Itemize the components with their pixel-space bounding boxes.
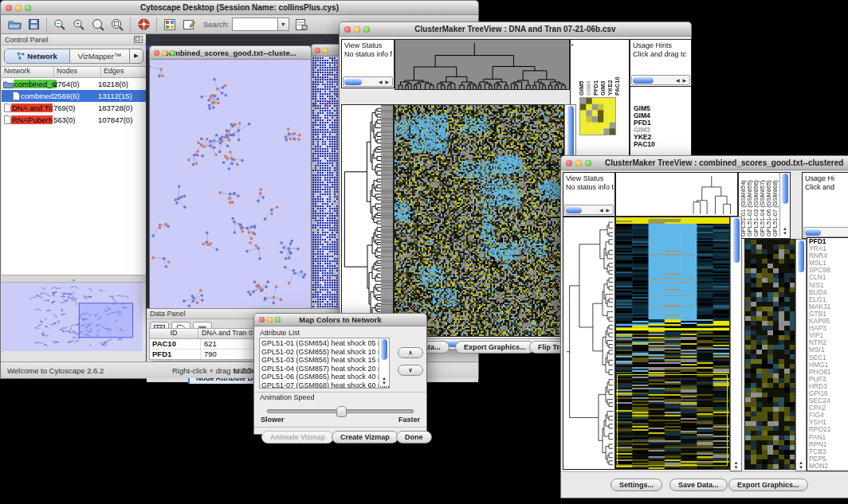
treeview1-row-dendrogram[interactable] bbox=[341, 104, 394, 337]
col-nodes[interactable]: Nodes bbox=[54, 67, 101, 77]
close-icon[interactable] bbox=[566, 160, 572, 166]
view-status-hscrollbar[interactable]: ◀ ▶ bbox=[564, 205, 614, 215]
network-view-canvas[interactable] bbox=[149, 60, 312, 309]
view-status-hscrollbar[interactable]: ◀ ▶ bbox=[343, 76, 393, 87]
zoom-fit-button[interactable] bbox=[108, 17, 127, 33]
treeview1-zoom-heatmap[interactable] bbox=[579, 97, 616, 135]
col-network[interactable]: Network bbox=[2, 67, 54, 77]
treeview1-view-status: View Status No status info f ◀ ▶ bbox=[341, 39, 395, 88]
slower-label: Slower bbox=[261, 416, 285, 424]
zoom-window-icon[interactable] bbox=[275, 317, 281, 322]
close-icon[interactable] bbox=[315, 48, 320, 53]
zoom-out-button[interactable] bbox=[50, 17, 69, 33]
attribute-item[interactable]: GPL51-06 (GSM865) heat shock 40 min bbox=[260, 373, 389, 381]
usage-hints-hscrollbar[interactable]: ◀ ▶ bbox=[631, 75, 690, 85]
treeview2-vscrollbar[interactable]: ▲▼ bbox=[730, 217, 742, 471]
treeview1-heatmap[interactable] bbox=[394, 104, 564, 337]
tab-overflow-arrow[interactable]: ▶ bbox=[130, 49, 143, 64]
treeview2-save-data-button[interactable]: Save Data... bbox=[669, 479, 728, 491]
help-button[interactable] bbox=[134, 17, 153, 33]
vizmapper-button[interactable] bbox=[160, 17, 179, 33]
zoom-in-button[interactable] bbox=[69, 17, 88, 33]
close-icon[interactable] bbox=[259, 317, 265, 322]
zoom-selected-button[interactable] bbox=[88, 17, 108, 33]
treeview1-titlebar[interactable]: ClusterMaker TreeView : DNA and Tran 07-… bbox=[339, 21, 692, 37]
main-window-title: Cytoscape Desktop (Session Name: collins… bbox=[1, 3, 478, 12]
attribute-item[interactable]: GPL51-03 (GSM856) heat shock 15 min bbox=[260, 356, 389, 365]
attribute-list-vscrollbar[interactable]: ▲▼ bbox=[379, 338, 389, 386]
usage-hints-hscrollbar[interactable] bbox=[803, 227, 848, 237]
data-col-id[interactable]: ID bbox=[150, 329, 198, 338]
network-row-selected[interactable]: combined_sco 2569(6) 13112(15) bbox=[2, 90, 146, 102]
animation-speed-slider[interactable] bbox=[267, 409, 414, 413]
control-panel-title: Control Panel bbox=[2, 36, 134, 44]
create-vizmap-button[interactable]: Create Vizmap bbox=[332, 431, 398, 443]
window-controls bbox=[6, 5, 31, 11]
attribute-browser-button[interactable] bbox=[292, 17, 312, 33]
attribute-item[interactable]: GPL51-04 (GSM857) heat shock 20 min bbox=[260, 365, 389, 373]
treeview1-export-graphics-button[interactable]: Export Graphics... bbox=[455, 341, 535, 354]
attribute-item[interactable]: GPL51-02 (GSM855) heat shock 10 min bbox=[260, 348, 389, 357]
file-icon bbox=[13, 92, 20, 100]
network-view-titlebar[interactable]: combined_scores_good.txt--cluste... bbox=[149, 45, 312, 60]
attribute-item[interactable]: GPL51-07 (GSM868) heat shock 60 min bbox=[260, 381, 389, 389]
treeview2-zoom-heatmap[interactable] bbox=[744, 239, 795, 470]
dense-network-view[interactable] bbox=[311, 57, 343, 311]
zoom-window-icon[interactable] bbox=[585, 160, 591, 166]
minimize-icon[interactable] bbox=[323, 48, 328, 53]
tab-vizmapper[interactable]: VizMapper™ bbox=[70, 49, 130, 64]
treeview2-heatmap[interactable] bbox=[615, 217, 730, 470]
expand-arrow-icon[interactable]: ▸ bbox=[571, 41, 574, 47]
search-input[interactable] bbox=[232, 18, 278, 31]
network-row[interactable]: RNAPuberNov2+| 563(0) 107847(0) bbox=[2, 114, 146, 126]
attribute-listbox[interactable]: GPL51-01 (GSM854) heat shock 05 minGPL51… bbox=[259, 338, 390, 389]
zoom-window-icon[interactable] bbox=[170, 50, 175, 56]
open-session-button[interactable] bbox=[5, 17, 24, 33]
float-panel-icon[interactable] bbox=[134, 36, 143, 43]
faster-label: Faster bbox=[398, 416, 420, 424]
annotation-button[interactable] bbox=[179, 17, 198, 33]
data-panel-title: Data Panel bbox=[147, 310, 186, 318]
tab-network[interactable]: Network bbox=[4, 49, 70, 64]
slider-thumb[interactable] bbox=[336, 406, 347, 417]
close-icon[interactable] bbox=[344, 26, 351, 33]
zoom-heatmap-vscrollbar[interactable]: ▲▼ bbox=[795, 239, 807, 471]
save-session-button[interactable] bbox=[24, 17, 43, 33]
network-overview-thumbnail[interactable] bbox=[2, 283, 143, 351]
col-edges[interactable]: Edges bbox=[101, 67, 146, 77]
treeview2-row-dendrogram[interactable] bbox=[563, 217, 615, 470]
minimize-icon[interactable] bbox=[575, 160, 582, 166]
treeview2-export-graphics-button[interactable]: Export Graphics... bbox=[728, 479, 808, 491]
main-titlebar[interactable]: Cytoscape Desktop (Session Name: collins… bbox=[0, 0, 479, 15]
column-labels-vscrollbar[interactable]: ▲▼ bbox=[779, 173, 790, 236]
move-up-button[interactable]: ∧ bbox=[398, 347, 423, 358]
minimize-icon[interactable] bbox=[354, 26, 360, 33]
network-row[interactable]: DNA and Tran 07 769(0) 183728(0) bbox=[2, 102, 146, 114]
minimize-icon[interactable] bbox=[267, 317, 273, 322]
vizmapper-icon bbox=[164, 19, 175, 30]
treeview2-settings-button[interactable]: Settings... bbox=[610, 479, 662, 491]
treeview2-column-dendrogram[interactable] bbox=[615, 172, 738, 217]
close-icon[interactable] bbox=[6, 5, 12, 11]
attribute-item[interactable]: GPL51-01 (GSM854) heat shock 05 min bbox=[260, 339, 389, 348]
folder-icon bbox=[3, 80, 14, 88]
minimize-icon[interactable] bbox=[15, 5, 22, 11]
treeview1-column-dendrogram[interactable] bbox=[395, 39, 570, 90]
separator bbox=[254, 392, 426, 393]
zoom-window-icon[interactable] bbox=[363, 26, 370, 33]
close-icon[interactable] bbox=[154, 50, 159, 56]
animate-vizmap-button[interactable]: Animate Vizmap bbox=[261, 431, 334, 443]
treeview2-button-bar: Settings... Save Data... Export Graphics… bbox=[561, 471, 848, 498]
move-down-button[interactable]: ∨ bbox=[398, 365, 423, 376]
dialog-titlebar[interactable]: Map Colors to Network bbox=[253, 313, 427, 326]
network-row[interactable]: combined_scores_ 2764(0) 16218(0) bbox=[2, 78, 146, 90]
background-network-window[interactable] bbox=[311, 44, 343, 309]
treeview2-titlebar[interactable]: ClusterMaker TreeView : combined_scores_… bbox=[560, 155, 848, 170]
search-dropdown-button[interactable]: ▼ bbox=[278, 18, 289, 31]
toolbar-separator bbox=[130, 18, 131, 32]
panel-splitter[interactable]: ▴ bbox=[2, 275, 146, 283]
zoom-selected-icon bbox=[92, 18, 104, 31]
minimize-icon[interactable] bbox=[162, 50, 167, 56]
zoom-window-icon[interactable] bbox=[25, 5, 31, 11]
done-button[interactable]: Done bbox=[396, 431, 432, 443]
